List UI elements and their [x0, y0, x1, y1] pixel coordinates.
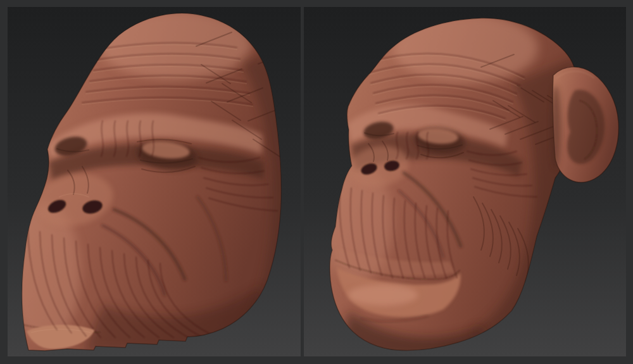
canvas-frame	[0, 0, 633, 364]
viewport-left[interactable]	[8, 7, 301, 356]
ear-attach-shadow	[551, 85, 561, 169]
sculpt-gorilla-head	[8, 7, 301, 356]
ear	[551, 67, 618, 182]
lower-lip-highlight	[348, 284, 418, 306]
viewport-right[interactable]	[304, 7, 626, 356]
sculpt-chimp-head	[304, 7, 626, 356]
cranium-light	[392, 13, 538, 83]
